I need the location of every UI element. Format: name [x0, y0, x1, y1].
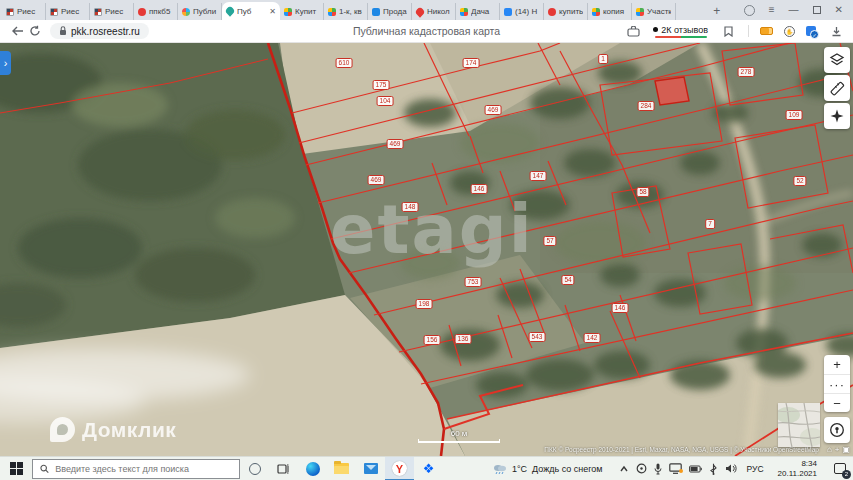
parcel-number-label[interactable]: 1 [598, 54, 608, 64]
clock[interactable]: 8:34 20.11.2021 [774, 459, 821, 479]
task-view-button[interactable] [269, 457, 298, 480]
menu-button[interactable]: ≡ [769, 5, 775, 15]
weather-icon [492, 463, 507, 474]
tab-label: купить [559, 7, 583, 16]
tab[interactable]: копия [588, 3, 632, 20]
notification-center-button[interactable]: 2 [827, 457, 853, 480]
parcel-number-label[interactable]: 109 [786, 110, 803, 120]
tab[interactable]: Публи [178, 3, 222, 20]
reload-button[interactable] [26, 22, 44, 40]
tab[interactable]: Дача [456, 3, 500, 20]
parcel-number-label[interactable]: 175 [373, 80, 390, 90]
address-bar[interactable]: pkk.rosreestr.ru [50, 23, 149, 39]
mini-map[interactable] [778, 403, 820, 447]
parcel-number-label[interactable]: 54 [561, 275, 574, 285]
parcel-number-label[interactable]: 104 [377, 96, 394, 106]
explorer-button[interactable] [327, 457, 356, 480]
dropbox-icon: ❖ [423, 462, 435, 475]
yandex-browser-button[interactable]: Y [385, 457, 414, 480]
tab[interactable]: Пуб✕ [222, 2, 280, 20]
profile-icon[interactable] [744, 5, 755, 16]
search-input[interactable] [55, 464, 232, 474]
cortana-button[interactable] [240, 457, 269, 480]
bookmark-icon[interactable] [719, 22, 737, 40]
back-button[interactable] [8, 22, 26, 40]
tab[interactable]: Риес [90, 3, 134, 20]
reviews-badge[interactable]: 2К отзывов [653, 25, 708, 38]
parcel-number-label[interactable]: 284 [638, 101, 655, 111]
tab[interactable]: Участк [632, 3, 676, 20]
parcel-number-label[interactable]: 469 [485, 105, 502, 115]
page-title: Публичная кадастровая карта [353, 25, 500, 37]
parcel-number-label[interactable]: 543 [529, 332, 546, 342]
tab[interactable]: Прода [368, 3, 412, 20]
battery-extension-icon[interactable] [760, 27, 773, 35]
zoom-menu-button[interactable]: ··· [824, 374, 850, 393]
parcel-number-label[interactable]: 146 [471, 184, 488, 194]
parcel-number-label[interactable]: 610 [336, 58, 353, 68]
plus-icon[interactable]: + [835, 445, 840, 454]
cadastral-map[interactable]: etagi 6101741751044694694691481461471278… [0, 43, 853, 456]
parcel-number-label[interactable]: 52 [793, 176, 806, 186]
protect-icon[interactable] [624, 22, 642, 40]
zoom-out-button[interactable]: − [824, 393, 850, 412]
four-dots-icon [592, 8, 600, 16]
layers-button[interactable] [824, 47, 850, 73]
mail-button[interactable] [356, 457, 385, 480]
parcel-number-label[interactable]: 198 [416, 299, 433, 309]
edge-button[interactable] [298, 457, 327, 480]
parcel-number-label[interactable]: 58 [636, 187, 649, 197]
language-indicator[interactable]: РУС [744, 464, 767, 474]
parcel-number-label[interactable]: 174 [463, 58, 480, 68]
measure-button[interactable] [824, 75, 850, 101]
microphone-icon[interactable] [654, 463, 662, 475]
zoom-in-button[interactable]: + [824, 355, 850, 374]
mail-icon [364, 463, 378, 474]
parcel-number-label[interactable]: 278 [738, 67, 755, 77]
speaker-icon[interactable] [725, 463, 737, 474]
download-icon[interactable] [827, 22, 845, 40]
taskbar-search[interactable] [32, 459, 240, 479]
battery-icon[interactable] [689, 465, 702, 473]
parcel-number-label[interactable]: 148 [402, 202, 419, 212]
parcel-number-label[interactable]: 156 [424, 335, 441, 345]
tab[interactable]: Никол [412, 3, 456, 20]
parcel-number-label[interactable]: 136 [455, 334, 472, 344]
new-tab-button[interactable]: + [708, 2, 726, 19]
parcel-number-label[interactable]: 7 [705, 219, 715, 229]
tab[interactable]: купить [544, 3, 588, 20]
start-button[interactable] [0, 457, 32, 480]
tab-label: Риес [105, 7, 129, 16]
home-icon[interactable]: ⌂ [827, 445, 832, 454]
weather-widget[interactable]: 1°C Дождь со снегом [482, 463, 613, 474]
parcel-number-label[interactable]: 142 [584, 333, 601, 343]
close-button[interactable]: ✕ [835, 5, 843, 15]
parcel-number-label[interactable]: 469 [368, 175, 385, 185]
frame-icon[interactable]: ▣ [842, 445, 850, 454]
dropbox-button[interactable]: ❖ [414, 457, 443, 480]
panel-expand-button[interactable]: › [0, 51, 11, 75]
sync-extension-icon[interactable] [806, 26, 816, 36]
parcel-number-label[interactable]: 146 [612, 303, 629, 313]
tab[interactable]: ппкб5 [134, 3, 178, 20]
tray-app-icon[interactable] [636, 463, 647, 474]
window-controls: ≡ — ✕ [726, 0, 853, 20]
tab[interactable]: Риес [2, 3, 46, 20]
parcel-number-label[interactable]: 147 [530, 171, 547, 181]
tab-close-button[interactable]: ✕ [269, 7, 276, 16]
tab[interactable]: (14) Н [500, 3, 544, 20]
hidden-icons-chevron[interactable] [619, 465, 629, 473]
blue-square-icon [372, 8, 380, 16]
tab[interactable]: Риес [46, 3, 90, 20]
parcel-number-label[interactable]: 57 [543, 236, 556, 246]
tab[interactable]: Купит [280, 3, 324, 20]
minimize-button[interactable]: — [789, 5, 799, 15]
identify-button[interactable] [824, 417, 850, 443]
parcel-number-label[interactable]: 753 [465, 277, 482, 287]
locate-button[interactable] [824, 103, 850, 129]
usb-icon[interactable] [709, 463, 718, 475]
tab[interactable]: 1-к, кв [324, 3, 368, 20]
hand-icon[interactable]: ✋ [784, 26, 795, 37]
parcel-number-label[interactable]: 469 [387, 139, 404, 149]
maximize-button[interactable] [813, 6, 821, 14]
